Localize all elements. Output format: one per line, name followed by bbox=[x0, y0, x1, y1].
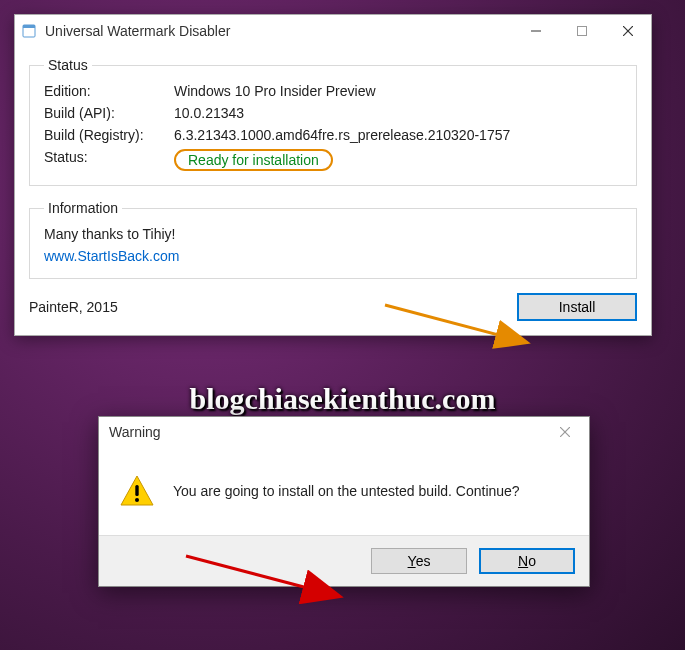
warning-title: Warning bbox=[109, 424, 545, 440]
info-thanks-text: Many thanks to Tihiy! bbox=[44, 226, 622, 242]
maximize-button[interactable] bbox=[559, 15, 605, 47]
svg-rect-11 bbox=[135, 485, 138, 496]
information-group: Information Many thanks to Tihiy! www.St… bbox=[29, 200, 637, 279]
status-value: Ready for installation bbox=[174, 149, 333, 171]
client-area: Status Edition: Windows 10 Pro Insider P… bbox=[15, 47, 651, 335]
build-registry-value: 6.3.21343.1000.amd64fre.rs_prerelease.21… bbox=[174, 127, 622, 143]
warning-titlebar: Warning bbox=[99, 417, 589, 447]
build-api-label: Build (API): bbox=[44, 105, 174, 121]
warning-close-button[interactable] bbox=[545, 418, 585, 446]
minimize-button[interactable] bbox=[513, 15, 559, 47]
build-registry-label: Build (Registry): bbox=[44, 127, 174, 143]
status-fields: Edition: Windows 10 Pro Insider Preview … bbox=[44, 83, 622, 171]
status-group-label: Status bbox=[44, 57, 92, 73]
yes-button[interactable]: Yes bbox=[371, 548, 467, 574]
status-label: Status: bbox=[44, 149, 174, 171]
status-group: Status Edition: Windows 10 Pro Insider P… bbox=[29, 57, 637, 186]
edition-value: Windows 10 Pro Insider Preview bbox=[174, 83, 622, 99]
install-button[interactable]: Install bbox=[517, 293, 637, 321]
main-window: Universal Watermark Disabler Status Edit… bbox=[14, 14, 652, 336]
footer: PainteR, 2015 Install bbox=[29, 293, 637, 321]
information-group-label: Information bbox=[44, 200, 122, 216]
build-api-value: 10.0.21343 bbox=[174, 105, 622, 121]
warning-icon bbox=[119, 473, 155, 509]
close-button[interactable] bbox=[605, 15, 651, 47]
info-link[interactable]: www.StartIsBack.com bbox=[44, 248, 179, 264]
status-value-wrap: Ready for installation bbox=[174, 149, 622, 171]
no-button[interactable]: No bbox=[479, 548, 575, 574]
app-icon bbox=[21, 23, 37, 39]
svg-point-12 bbox=[135, 498, 139, 502]
warning-dialog: Warning You are going to install on the … bbox=[98, 416, 590, 587]
warning-message: You are going to install on the untested… bbox=[173, 483, 520, 499]
warning-body: You are going to install on the untested… bbox=[99, 447, 589, 535]
titlebar: Universal Watermark Disabler bbox=[15, 15, 651, 47]
warning-button-row: Yes No bbox=[99, 535, 589, 586]
edition-label: Edition: bbox=[44, 83, 174, 99]
window-controls bbox=[513, 15, 651, 47]
svg-rect-3 bbox=[578, 27, 587, 36]
image-watermark: blogchiasekienthuc.com bbox=[0, 382, 685, 416]
svg-rect-1 bbox=[23, 25, 35, 28]
credit-text: PainteR, 2015 bbox=[29, 299, 118, 315]
app-title: Universal Watermark Disabler bbox=[45, 23, 513, 39]
